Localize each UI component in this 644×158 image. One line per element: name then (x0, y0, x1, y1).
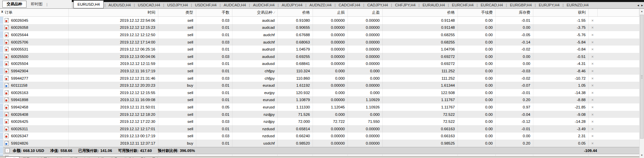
tab-symbols[interactable]: 交易品种 (2, 1, 26, 8)
table-row[interactable]: 600263112019.12.12 12:17:01sell0.01nzdus… (0, 125, 639, 133)
terminal-tab-5[interactable]: 邮箱 (80, 156, 94, 158)
table-row[interactable]: 599424582019.12.11 21:50:01sell0.05eurus… (0, 103, 639, 111)
column-header-tp[interactable]: 止盈 (348, 9, 383, 16)
table-row[interactable]: 600255042019.12.12 12:11:59sell0.01audus… (0, 60, 639, 68)
cell-value: 1.12045 (331, 105, 345, 109)
close-panel-icon[interactable]: x (1, 10, 4, 13)
close-order-button[interactable]: × (589, 82, 598, 89)
table-row[interactable]: 599429042019.12.11 16:17:19sell0.01chfjp… (0, 67, 639, 75)
close-order-button[interactable]: × (589, 125, 598, 133)
scroll-tabs-left-icon[interactable]: ◂ (637, 3, 639, 7)
column-header-type[interactable]: 类型 (158, 9, 196, 16)
column-header-price2[interactable]: 价格 (383, 9, 458, 16)
chart-tab-AUDCHFH4[interactable]: AUDCHF,H4 (250, 2, 278, 8)
terminal-tab-10[interactable]: 日志 (149, 156, 162, 158)
close-order-button[interactable]: × (589, 17, 598, 24)
terminal-tab-4[interactable]: 警报 (67, 156, 80, 158)
terminal-tab-6[interactable]: 市场 (94, 156, 107, 158)
close-order-button[interactable]: × (589, 89, 598, 96)
scrollbar-thumb[interactable] (640, 15, 644, 139)
table-row[interactable]: 600257062019.12.12 17:14:00sell0.03audch… (0, 38, 639, 46)
chart-tab-CADJPYH4[interactable]: CADJPY,H4 (364, 2, 391, 8)
cell-sl: 0.00000 (313, 31, 348, 38)
column-header-symbol[interactable]: 交易品种∕ (232, 9, 278, 16)
chart-tab-USDCADH4[interactable]: USDCAD,H4 (135, 2, 163, 8)
chart-tab-CHFJPYH4[interactable]: CHFJPY,H4 (392, 2, 419, 8)
table-row[interactable]: 600260452019.12.12 22:54:06sell0.03audca… (0, 17, 639, 24)
chart-tab-EURJPYH4[interactable]: EURJPY,H4 (536, 2, 562, 8)
table-row[interactable]: 600255002019.12.13 00:04:06sell0.03audus… (0, 53, 639, 60)
chart-tab-EURNZDH4[interactable]: EURNZD,H4 (564, 2, 592, 8)
chart-tab-AUDCADH4[interactable]: AUDCAD,H4 (221, 2, 249, 8)
close-order-button[interactable]: × (589, 38, 598, 46)
table-row[interactable]: 601111582019.12.12 20:20:23buy0.01euraud… (0, 82, 639, 89)
scroll-down-icon[interactable]: ▼ (640, 153, 644, 158)
cell-sl: 0.000 (313, 75, 348, 82)
close-order-button[interactable]: × (589, 133, 598, 140)
chart-tab-EURCADH4[interactable]: EURCAD,H4 (478, 2, 506, 8)
close-order-button[interactable]: × (589, 96, 598, 104)
chart-tab-EURAUDH4[interactable]: EURAUD,H4 (420, 2, 448, 8)
column-header-swap[interactable]: 库存费 (496, 9, 533, 16)
column-header-profit[interactable]: 获利 (533, 9, 589, 16)
cell-commission: 0.00 (458, 89, 496, 96)
chart-tab-EURGBPH4[interactable]: EURGBP,H4 (507, 2, 535, 8)
chart-tab-EURCHFH4[interactable]: EURCHF,H4 (449, 2, 477, 8)
cell-value: 0.01 (222, 33, 229, 37)
close-order-button[interactable]: × (589, 111, 598, 118)
scroll-tabs-right-icon[interactable]: ▸ (641, 3, 643, 7)
table-row[interactable]: 599418982019.12.11 16:09:08sell0.01eurus… (0, 96, 639, 104)
table-row[interactable]: 600264252019.12.12 17:22:30sell0.03nzdjp… (0, 118, 639, 125)
close-order-button[interactable]: × (589, 31, 598, 38)
cell-swap: 0.00 (496, 53, 533, 60)
chart-tab-CADCHFH4[interactable]: CADCHF,H4 (335, 2, 363, 8)
table-row[interactable]: 600260582019.12.12 12:15:23sell0.01audca… (0, 24, 639, 31)
chart-tab-AUDNZDH4[interactable]: AUDNZD,H4 (307, 2, 335, 8)
terminal-tab-9[interactable]: EA (138, 156, 149, 158)
scroll-up-icon[interactable]: ▲ (640, 9, 644, 14)
cell-order: 60026058 (3, 24, 69, 31)
close-order-button[interactable]: × (589, 46, 598, 53)
vertical-scrollbar[interactable]: ▲ ▼ (639, 9, 644, 158)
cell-value: sell (187, 33, 193, 37)
column-header-lots[interactable]: 手数 (196, 9, 232, 16)
close-order-button[interactable]: × (589, 60, 598, 68)
cell-value: 0.20 (523, 141, 530, 145)
table-row[interactable]: 600261632019.12.12 12:15:55sell0.01eurjp… (0, 89, 639, 96)
column-header-time[interactable]: 时间 (69, 9, 158, 16)
close-order-button[interactable]: × (589, 118, 598, 125)
chart-tab-USDJPYH4[interactable]: USDJPY,H4 (164, 2, 191, 8)
column-header-sl[interactable]: 止损 (313, 9, 348, 16)
close-order-button[interactable]: × (589, 24, 598, 31)
close-order-button[interactable]: × (589, 103, 598, 111)
tab-tick-chart[interactable]: 即时图 (28, 1, 46, 7)
cell-symbol: nzdjpy (232, 111, 278, 118)
terminal-tab-8[interactable]: 代码库 (121, 156, 138, 158)
table-row[interactable]: 599442772019.12.12 21:31:46sell0.03chfjp… (0, 75, 639, 82)
chart-tab-AUDJPYH4[interactable]: AUDJPY,H4 (279, 2, 306, 8)
cell-order: 60005531 (3, 46, 69, 53)
close-order-button[interactable]: × (589, 67, 598, 75)
column-header-order[interactable]: 订单 (3, 9, 69, 16)
terminal-tab-trade[interactable]: 交易 (5, 156, 19, 158)
terminal-tab-3[interactable]: 新闻 (54, 156, 67, 158)
close-order-button[interactable]: × (589, 53, 598, 60)
column-header-commission[interactable]: 手续费 (458, 9, 496, 16)
terminal-tab-7[interactable]: 信号 (107, 156, 121, 158)
terminal-tab-2[interactable]: 账户历史 (33, 156, 54, 158)
chart-tab-USDCHFH4[interactable]: USDCHF,H4 (192, 2, 220, 8)
cell-time: 2019.12.11 12:37:17 (69, 140, 158, 147)
table-row[interactable]: 600256442019.12.12 12:12:50sell0.01audch… (0, 31, 639, 38)
cell-price: 0.65814 (278, 125, 313, 133)
table-row[interactable]: 600055312019.12.12 06:25:16sell0.01audnz… (0, 46, 639, 53)
buy-order-icon (5, 141, 9, 146)
chart-tab-AUDUSDH4[interactable]: AUDUSD,H4 (105, 2, 133, 8)
terminal-tab-1[interactable]: 展示 (19, 156, 33, 158)
column-header-price[interactable]: 价格 (278, 9, 313, 16)
table-row[interactable]: 600264082019.12.12 12:18:20sell0.01nzdjp… (0, 111, 639, 118)
chart-tab-EURUSDH4[interactable]: EURUSD,H4 (73, 0, 104, 8)
close-order-button[interactable]: × (589, 75, 598, 82)
close-order-button[interactable]: × (589, 140, 598, 147)
table-row[interactable]: 600263472019.12.13 00:17:19sell0.03nzdus… (0, 133, 639, 140)
table-row[interactable]: 599248262019.12.11 12:37:17buy0.01usdchf… (0, 140, 639, 147)
